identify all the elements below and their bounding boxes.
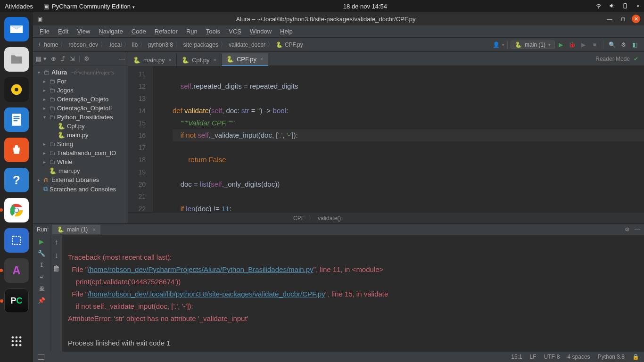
wrench-icon[interactable]: 🔧 [38, 250, 45, 257]
hide-tool-window-icon[interactable]: — [635, 226, 640, 233]
dock-updates[interactable]: A [4, 258, 29, 283]
dock-pycharm[interactable]: PC [4, 288, 29, 313]
maximize-button[interactable]: ◻ [619, 15, 627, 23]
tool-windows-quick-access-icon[interactable] [38, 354, 44, 360]
tree-file[interactable]: 🐍main.py [33, 166, 128, 175]
close-tab-icon[interactable]: × [260, 56, 263, 62]
menu-code[interactable]: Code [128, 27, 150, 36]
dock-thunderbird[interactable] [4, 17, 29, 41]
tree-file[interactable]: 🐍Cpf.py [33, 122, 128, 131]
collapse-all-icon[interactable]: ⇲ [70, 55, 75, 62]
run-config-selector[interactable]: 🐍main (1)▾ [511, 41, 555, 49]
menu-view[interactable]: View [73, 27, 94, 36]
dock-rhythmbox[interactable] [4, 77, 29, 102]
editor-tab[interactable]: 🐍main.py× [128, 54, 177, 66]
editor-tab[interactable]: 🐍Cpf.py× [177, 54, 222, 66]
dock-screenshot[interactable] [4, 228, 29, 253]
console-output[interactable]: Traceback (most recent call last): File … [62, 235, 644, 352]
activities-button[interactable]: Atividades [5, 3, 33, 10]
menu-navigate[interactable]: Navigate [95, 27, 126, 36]
code-content[interactable]: self.repeated_digits = repeated_digits d… [154, 66, 644, 212]
window-titlebar[interactable]: ▣ Alura – ~/.local/lib/python3.8/site-pa… [33, 12, 644, 25]
menu-edit[interactable]: Edit [54, 27, 72, 36]
breadcrumb-item[interactable]: home [42, 41, 60, 48]
editor-tab-active[interactable]: 🐍CPF.py× [222, 53, 268, 66]
wifi-icon[interactable] [595, 2, 602, 10]
interpreter[interactable]: Python 3.8 [598, 354, 625, 360]
breadcrumb-item[interactable]: .local [107, 41, 124, 48]
select-open-file-icon[interactable]: ⊕ [51, 55, 56, 62]
breadcrumb-item[interactable]: robson_dev [66, 41, 100, 48]
close-button[interactable]: ✕ [632, 15, 640, 23]
volume-icon[interactable] [609, 2, 615, 10]
close-tab-icon[interactable]: × [214, 57, 216, 63]
menu-vcs[interactable]: VCS [225, 27, 245, 36]
close-tab-icon[interactable]: × [169, 57, 172, 63]
soft-wrap-icon[interactable]: ⤶ [39, 273, 44, 280]
print-icon[interactable]: 🖶 [39, 285, 45, 292]
stacktrace-link[interactable]: /home/robson_dev/.local/lib/python3.8/si… [88, 290, 325, 298]
menu-tools[interactable]: Tools [202, 27, 224, 36]
tree-folder[interactable]: ▸🗀Orientação_Objeto [33, 95, 128, 104]
dock-chrome[interactable] [4, 198, 29, 222]
external-libraries[interactable]: ▸⫙External Libraries [33, 175, 128, 184]
run-button[interactable]: ▶ [555, 40, 566, 50]
breadcrumb-function[interactable]: validate() [318, 215, 341, 222]
menu-run[interactable]: Run [182, 27, 201, 36]
stacktrace-link[interactable]: /home/robson_dev/PycharmProjects/Alura/P… [88, 265, 314, 273]
search-icon[interactable]: 🔍 [607, 40, 617, 50]
tree-folder[interactable]: ▸🗀Orientação_ObjetoII [33, 104, 128, 113]
indent-setting[interactable]: 4 spaces [568, 354, 590, 360]
inspections-ok-icon[interactable]: ✔ [634, 56, 638, 62]
tree-folder[interactable]: ▸🗀Trabalhando_com_IO [33, 148, 128, 157]
down-stack-icon[interactable]: ↓ [55, 251, 58, 260]
battery-icon[interactable] [622, 2, 628, 10]
breadcrumb-item[interactable]: site-packages [182, 41, 220, 48]
clear-icon[interactable]: 🗑 [53, 264, 60, 273]
dock-files[interactable] [4, 47, 29, 72]
up-stack-icon[interactable]: ↑ [55, 238, 58, 247]
caret-position[interactable]: 15:1 [511, 354, 522, 360]
breadcrumb-class[interactable]: CPF [293, 215, 305, 222]
dock-software[interactable] [4, 138, 29, 162]
breadcrumb-root[interactable]: / [37, 41, 42, 48]
reader-mode-label[interactable]: Reader Mode [595, 56, 630, 62]
file-encoding[interactable]: UTF-8 [544, 354, 560, 360]
rerun-icon[interactable]: ▶ [39, 238, 44, 245]
breadcrumb-file[interactable]: 🐍 CPF.py [274, 41, 305, 48]
learn-icon[interactable]: ◧ [629, 40, 640, 50]
menu-refactor[interactable]: Refactor [151, 27, 182, 36]
menu-window[interactable]: Window [246, 27, 275, 36]
system-menu-chevron-icon[interactable]: ▾ [637, 4, 639, 8]
menu-file[interactable]: File [36, 27, 53, 36]
minimize-button[interactable]: — [605, 15, 614, 23]
dock-libreoffice-writer[interactable] [4, 107, 29, 132]
settings-icon[interactable]: ⚙ [618, 40, 628, 50]
project-settings-icon[interactable]: ⚙ [84, 55, 90, 62]
current-app-menu[interactable]: ▣PyCharm Community Edition▾ [43, 3, 135, 10]
code-editor[interactable]: 11 12 13 14 15 16 17 18 19 20 21 22 [128, 66, 644, 212]
tree-folder[interactable]: ▸🗀While [33, 157, 128, 166]
expand-all-icon[interactable]: ⇵ [60, 55, 66, 62]
run-settings-icon[interactable]: ⚙ [625, 226, 630, 233]
hide-tool-window-icon[interactable]: — [119, 55, 125, 62]
line-separator[interactable]: LF [530, 354, 537, 360]
breadcrumb-item[interactable]: validate_docbr [227, 41, 267, 48]
coverage-button[interactable]: ▶ [578, 40, 588, 50]
scroll-to-end-icon[interactable]: ↧ [39, 262, 44, 269]
clock[interactable]: 18 de nov 14:54 [135, 3, 595, 10]
tree-folder[interactable]: ▸🗀For [33, 77, 128, 86]
lock-icon[interactable]: 🔒 [632, 354, 639, 360]
run-tab[interactable]: 🐍main (1)× [52, 225, 100, 234]
scratches-consoles[interactable]: ⧉Scratches and Consoles [33, 184, 128, 194]
tree-folder-open[interactable]: ▾🗀Python_Brasilidades [33, 113, 128, 122]
project-root[interactable]: ▾🗀Alura~/PycharmProjects [33, 68, 128, 77]
breadcrumb-item[interactable]: lib [130, 41, 140, 48]
dock-help[interactable]: ? [4, 168, 29, 192]
project-view-selector[interactable]: ▤ ▾ [36, 55, 47, 62]
tree-folder[interactable]: ▸🗀String [33, 140, 128, 148]
tree-file[interactable]: 🐍main.py [33, 131, 128, 140]
stop-button[interactable]: ■ [589, 40, 600, 50]
debug-button[interactable]: 🐞 [567, 40, 577, 50]
dock-apps-grid[interactable] [4, 329, 29, 354]
